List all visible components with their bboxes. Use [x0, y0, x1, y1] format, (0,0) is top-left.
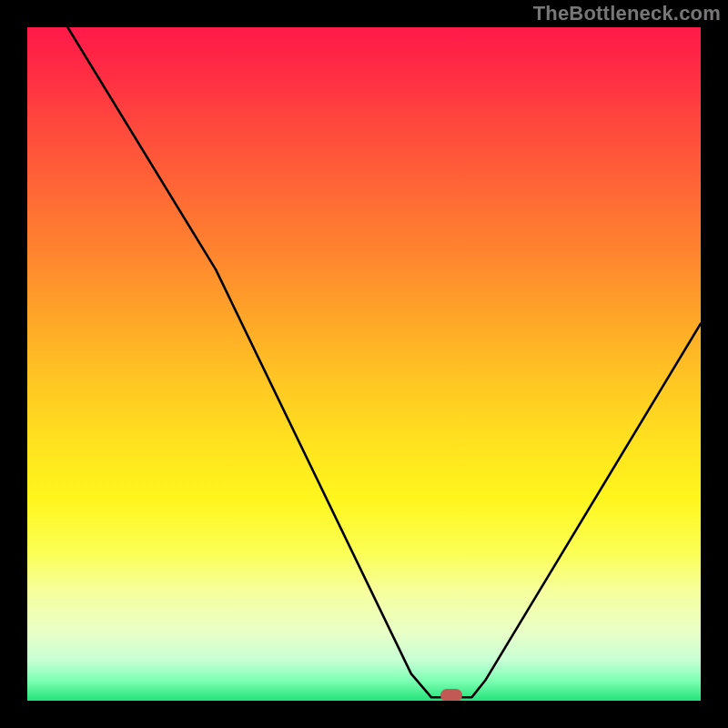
- curve-path: [67, 27, 701, 697]
- optimal-point-marker: [440, 689, 462, 701]
- plot-area: [27, 27, 701, 701]
- bottleneck-curve: [27, 27, 701, 701]
- watermark-text: TheBottleneck.com: [533, 2, 721, 25]
- chart-frame: TheBottleneck.com: [0, 0, 728, 728]
